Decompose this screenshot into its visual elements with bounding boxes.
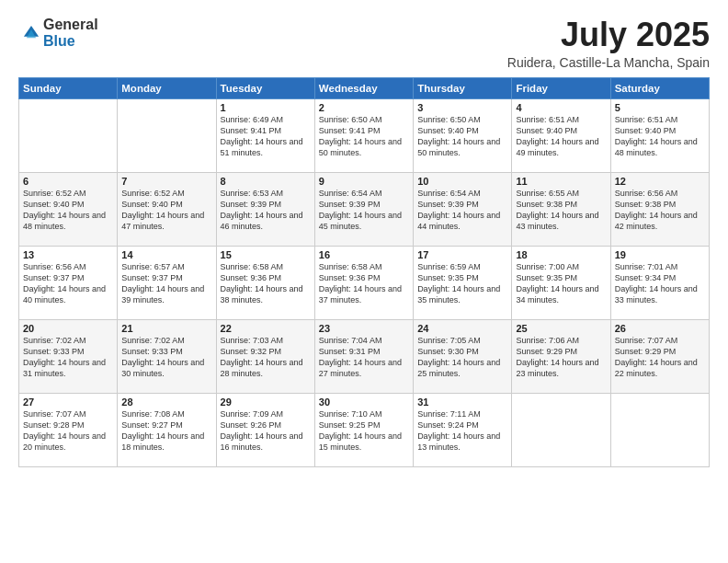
week-row-5: 27Sunrise: 7:07 AM Sunset: 9:28 PM Dayli… <box>19 393 710 466</box>
day-number: 25 <box>516 323 606 334</box>
day-cell <box>19 98 118 172</box>
day-number: 28 <box>121 396 211 408</box>
day-number: 26 <box>615 323 705 334</box>
day-number: 31 <box>417 396 507 408</box>
day-cell: 8Sunrise: 6:53 AM Sunset: 9:39 PM Daylig… <box>216 172 314 246</box>
day-cell: 14Sunrise: 6:57 AM Sunset: 9:37 PM Dayli… <box>118 246 216 319</box>
day-cell: 16Sunrise: 6:58 AM Sunset: 9:36 PM Dayli… <box>314 246 413 319</box>
day-info: Sunrise: 6:56 AM Sunset: 9:37 PM Dayligh… <box>23 261 113 306</box>
day-info: Sunrise: 6:56 AM Sunset: 9:38 PM Dayligh… <box>615 188 705 233</box>
day-cell: 13Sunrise: 6:56 AM Sunset: 9:37 PM Dayli… <box>19 246 118 319</box>
day-cell <box>512 393 610 466</box>
day-cell <box>610 393 709 466</box>
day-number: 13 <box>23 249 113 260</box>
day-info: Sunrise: 6:50 AM Sunset: 9:41 PM Dayligh… <box>319 114 409 159</box>
day-info: Sunrise: 7:07 AM Sunset: 9:29 PM Dayligh… <box>615 335 705 380</box>
day-number: 11 <box>516 176 606 187</box>
day-number: 12 <box>615 176 705 187</box>
day-info: Sunrise: 6:52 AM Sunset: 9:40 PM Dayligh… <box>121 188 211 233</box>
day-number: 9 <box>319 176 409 187</box>
logo-icon <box>21 23 41 43</box>
day-cell: 15Sunrise: 6:58 AM Sunset: 9:36 PM Dayli… <box>216 246 314 319</box>
day-cell: 4Sunrise: 6:51 AM Sunset: 9:40 PM Daylig… <box>512 98 610 172</box>
day-number: 19 <box>615 249 705 260</box>
day-number: 15 <box>221 249 311 260</box>
logo-text: General Blue <box>43 17 98 49</box>
day-number: 27 <box>23 396 113 408</box>
day-number: 3 <box>417 102 507 113</box>
day-info: Sunrise: 7:09 AM Sunset: 9:26 PM Dayligh… <box>221 408 311 454</box>
day-info: Sunrise: 6:54 AM Sunset: 9:39 PM Dayligh… <box>417 188 507 233</box>
day-number: 2 <box>319 102 409 113</box>
day-info: Sunrise: 7:08 AM Sunset: 9:27 PM Dayligh… <box>121 408 211 454</box>
day-cell: 20Sunrise: 7:02 AM Sunset: 9:33 PM Dayli… <box>19 319 118 393</box>
day-number: 14 <box>121 249 211 260</box>
week-row-3: 13Sunrise: 6:56 AM Sunset: 9:37 PM Dayli… <box>19 246 710 319</box>
day-cell: 28Sunrise: 7:08 AM Sunset: 9:27 PM Dayli… <box>118 393 216 466</box>
week-row-4: 20Sunrise: 7:02 AM Sunset: 9:33 PM Dayli… <box>19 319 710 393</box>
day-number: 10 <box>417 176 507 187</box>
day-cell: 18Sunrise: 7:00 AM Sunset: 9:35 PM Dayli… <box>512 246 610 319</box>
day-number: 30 <box>319 396 409 408</box>
day-cell: 27Sunrise: 7:07 AM Sunset: 9:28 PM Dayli… <box>19 393 118 466</box>
day-number: 5 <box>615 102 705 113</box>
day-info: Sunrise: 6:54 AM Sunset: 9:39 PM Dayligh… <box>319 188 409 233</box>
logo: General Blue <box>18 17 98 49</box>
day-cell: 26Sunrise: 7:07 AM Sunset: 9:29 PM Dayli… <box>610 319 709 393</box>
day-number: 29 <box>221 396 311 408</box>
day-info: Sunrise: 7:01 AM Sunset: 9:34 PM Dayligh… <box>615 261 705 306</box>
week-row-1: 1Sunrise: 6:49 AM Sunset: 9:41 PM Daylig… <box>19 98 710 172</box>
day-info: Sunrise: 6:57 AM Sunset: 9:37 PM Dayligh… <box>121 261 211 306</box>
day-number: 23 <box>319 323 409 334</box>
day-info: Sunrise: 7:11 AM Sunset: 9:24 PM Dayligh… <box>417 408 507 454</box>
day-cell: 9Sunrise: 6:54 AM Sunset: 9:39 PM Daylig… <box>314 172 413 246</box>
day-cell: 29Sunrise: 7:09 AM Sunset: 9:26 PM Dayli… <box>216 393 314 466</box>
header-row: SundayMondayTuesdayWednesdayThursdayFrid… <box>19 77 710 98</box>
header-cell-monday: Monday <box>118 77 216 98</box>
day-number: 22 <box>221 323 311 334</box>
day-cell: 12Sunrise: 6:56 AM Sunset: 9:38 PM Dayli… <box>610 172 709 246</box>
day-info: Sunrise: 6:55 AM Sunset: 9:38 PM Dayligh… <box>516 188 606 233</box>
day-info: Sunrise: 7:05 AM Sunset: 9:30 PM Dayligh… <box>417 335 507 380</box>
page: General Blue July 2025 Ruidera, Castille… <box>0 0 728 563</box>
day-cell: 17Sunrise: 6:59 AM Sunset: 9:35 PM Dayli… <box>414 246 512 319</box>
day-number: 17 <box>417 249 507 260</box>
day-cell: 6Sunrise: 6:52 AM Sunset: 9:40 PM Daylig… <box>19 172 118 246</box>
day-info: Sunrise: 6:52 AM Sunset: 9:40 PM Dayligh… <box>23 188 113 233</box>
day-info: Sunrise: 6:58 AM Sunset: 9:36 PM Dayligh… <box>221 261 311 306</box>
day-number: 8 <box>221 176 311 187</box>
day-number: 20 <box>23 323 113 334</box>
day-number: 24 <box>417 323 507 334</box>
day-cell: 24Sunrise: 7:05 AM Sunset: 9:30 PM Dayli… <box>414 319 512 393</box>
day-number: 1 <box>221 102 311 113</box>
day-info: Sunrise: 7:00 AM Sunset: 9:35 PM Dayligh… <box>516 261 606 306</box>
day-cell: 22Sunrise: 7:03 AM Sunset: 9:32 PM Dayli… <box>216 319 314 393</box>
day-info: Sunrise: 7:03 AM Sunset: 9:32 PM Dayligh… <box>221 335 311 380</box>
day-info: Sunrise: 6:50 AM Sunset: 9:40 PM Dayligh… <box>417 114 507 159</box>
header-cell-tuesday: Tuesday <box>216 77 314 98</box>
day-info: Sunrise: 7:02 AM Sunset: 9:33 PM Dayligh… <box>121 335 211 380</box>
day-info: Sunrise: 6:58 AM Sunset: 9:36 PM Dayligh… <box>319 261 409 306</box>
subtitle: Ruidera, Castille-La Mancha, Spain <box>507 55 710 70</box>
day-info: Sunrise: 6:59 AM Sunset: 9:35 PM Dayligh… <box>417 261 507 306</box>
day-cell: 2Sunrise: 6:50 AM Sunset: 9:41 PM Daylig… <box>314 98 413 172</box>
day-number: 16 <box>319 249 409 260</box>
header-cell-thursday: Thursday <box>414 77 512 98</box>
header-cell-friday: Friday <box>512 77 610 98</box>
day-info: Sunrise: 7:07 AM Sunset: 9:28 PM Dayligh… <box>23 408 113 454</box>
day-cell: 23Sunrise: 7:04 AM Sunset: 9:31 PM Dayli… <box>314 319 413 393</box>
header-cell-wednesday: Wednesday <box>314 77 413 98</box>
day-number: 4 <box>516 102 606 113</box>
day-cell: 19Sunrise: 7:01 AM Sunset: 9:34 PM Dayli… <box>610 246 709 319</box>
day-cell: 11Sunrise: 6:55 AM Sunset: 9:38 PM Dayli… <box>512 172 610 246</box>
title-block: July 2025 Ruidera, Castille-La Mancha, S… <box>507 17 710 70</box>
day-cell: 5Sunrise: 6:51 AM Sunset: 9:40 PM Daylig… <box>610 98 709 172</box>
header: General Blue July 2025 Ruidera, Castille… <box>18 17 710 70</box>
calendar-table: SundayMondayTuesdayWednesdayThursdayFrid… <box>18 77 710 467</box>
day-cell: 30Sunrise: 7:10 AM Sunset: 9:25 PM Dayli… <box>314 393 413 466</box>
header-cell-saturday: Saturday <box>610 77 709 98</box>
day-cell: 3Sunrise: 6:50 AM Sunset: 9:40 PM Daylig… <box>414 98 512 172</box>
logo-blue: Blue <box>43 33 98 50</box>
day-cell: 21Sunrise: 7:02 AM Sunset: 9:33 PM Dayli… <box>118 319 216 393</box>
day-info: Sunrise: 6:51 AM Sunset: 9:40 PM Dayligh… <box>516 114 606 159</box>
